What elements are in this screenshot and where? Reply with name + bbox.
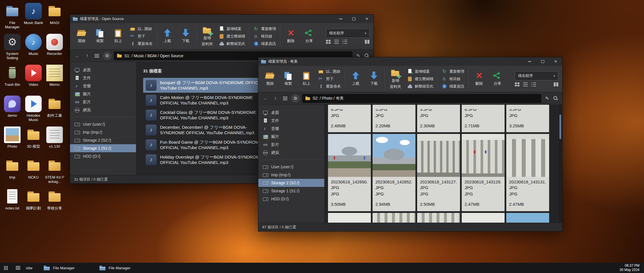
- settings-gear-button[interactable]: ⚙: [291, 94, 300, 103]
- sidebar-item[interactable]: 音樂: [70, 82, 136, 90]
- share-button[interactable]: 分享: [489, 67, 506, 90]
- sidebar-drive-item[interactable]: Storage 1 (S1:/): [70, 144, 136, 152]
- new-file-button[interactable]: 新增檔案: [218, 25, 246, 32]
- up-button[interactable]: ↑: [83, 53, 91, 59]
- up-button[interactable]: ↑: [272, 96, 279, 101]
- download-button[interactable]: 下載: [365, 67, 383, 90]
- sidebar-item[interactable]: 文件: [258, 117, 324, 125]
- sidebar-drive-item[interactable]: tmp (tmp:/): [70, 128, 136, 136]
- photo-card-partial[interactable]: [328, 213, 371, 223]
- titlebar[interactable]: 檔案管理員 - Open Source ×: [70, 15, 373, 23]
- settings-gear-button[interactable]: ⚙: [103, 52, 111, 60]
- close-button[interactable]: ×: [360, 15, 373, 23]
- minimize-button[interactable]: [334, 15, 347, 23]
- edit-path-icon[interactable]: ✎: [544, 96, 551, 101]
- maximize-button[interactable]: [536, 57, 549, 66]
- view-columns-button[interactable]: [365, 40, 369, 44]
- desktop-icon[interactable]: 學校分享: [44, 188, 65, 219]
- search-icon[interactable]: [553, 96, 558, 101]
- sidebar-drive-item[interactable]: HDD (D:/): [258, 195, 324, 203]
- photo-card-clipped[interactable]: 5.JPG JPG 2.20MB: [373, 105, 415, 132]
- cut-button[interactable]: 剪下: [317, 75, 342, 82]
- desktop-icon[interactable]: 創作工廠: [44, 96, 65, 126]
- desktop-icon[interactable]: Photo: [2, 126, 23, 157]
- sidebar-drive-item[interactable]: Storage 1 (S1:/): [258, 187, 324, 195]
- sidebar-drive-item[interactable]: Storage 2 (S2:/): [70, 136, 136, 144]
- sort-order-dropdown[interactable]: 檔名順序 ▾: [326, 29, 369, 38]
- sidebar-item[interactable]: 文件: [70, 74, 136, 82]
- view-columns-button[interactable]: [554, 82, 558, 86]
- desktop-icon[interactable]: Recorder: [44, 34, 65, 65]
- sidebar-drive-item[interactable]: HDD (D:/): [70, 152, 136, 160]
- desktop-icon[interactable]: Video: [23, 65, 44, 96]
- rename-button[interactable]: 重新命名: [317, 83, 342, 90]
- photo-card[interactable]: 20230618_143129.JPG JPG 2.47MB: [462, 134, 505, 211]
- desktop-icon[interactable]: Music Bank: [23, 3, 44, 34]
- photo-card[interactable]: 20230618_142852.JPG JPG 2.94MB: [373, 134, 415, 211]
- sort-order-dropdown[interactable]: 檔名順序 ▾: [515, 71, 558, 80]
- upload-button[interactable]: 上載: [159, 25, 176, 48]
- start-button[interactable]: [0, 263, 12, 273]
- file-info-button[interactable]: 檔案資訊: [441, 83, 465, 90]
- task-list-button[interactable]: [12, 263, 24, 273]
- desktop-icon[interactable]: NCKU: [23, 157, 44, 188]
- view-grid-button[interactable]: [326, 40, 331, 44]
- refresh-button[interactable]: 重新整理: [252, 25, 277, 32]
- root-button[interactable]: 根目錄: [441, 75, 465, 82]
- photo-card-clipped[interactable]: 3.JPG JPG 2.30MB: [417, 105, 460, 132]
- desktop-icon[interactable]: System Setting: [2, 34, 23, 65]
- view-list-button[interactable]: [523, 82, 528, 86]
- sidebar-item[interactable]: 網頁: [258, 149, 324, 157]
- open-with-button[interactable]: 以...開啟: [317, 68, 342, 75]
- view-detail-button[interactable]: [531, 82, 536, 86]
- new-folder-button[interactable]: 新增 資料夾: [387, 67, 404, 90]
- photo-card-partial[interactable]: [373, 213, 415, 223]
- view-grid-button[interactable]: [515, 82, 519, 86]
- back-button[interactable]: ←: [262, 96, 269, 101]
- sidebar-item[interactable]: 桌面: [258, 109, 324, 117]
- desktop-icon[interactable]: STEM Kit P ackag...: [44, 157, 65, 188]
- photo-card-partial[interactable]: [506, 213, 549, 223]
- clock[interactable]: 06:37 PM 30 May 2024: [615, 264, 644, 272]
- desktop-icon[interactable]: Music: [23, 34, 44, 65]
- view-detail-button[interactable]: [343, 40, 347, 44]
- desktop-icon[interactable]: tmp: [2, 157, 23, 188]
- sidebar-item[interactable]: 圖片: [258, 133, 324, 141]
- menu-icon[interactable]: [283, 97, 287, 100]
- photo-card-clipped[interactable]: 8.JPG JPG 2.48MB: [328, 105, 371, 132]
- paste-button[interactable]: 貼上: [109, 25, 127, 48]
- desktop-icon[interactable]: v1.130: [44, 126, 65, 157]
- photo-card-partial[interactable]: [417, 213, 460, 223]
- desktop-icon[interactable]: Holodex Music: [23, 96, 44, 126]
- photo-card-clipped[interactable]: 5.JPG JPG 3.25MB: [506, 105, 549, 132]
- extract-here-button[interactable]: 解壓縮至此: [406, 83, 435, 90]
- desktop-icon[interactable]: demo: [2, 96, 23, 126]
- sidebar-item[interactable]: 圖片: [70, 90, 136, 98]
- rename-button[interactable]: 重新命名: [129, 40, 154, 47]
- desktop-icon[interactable]: Memo: [44, 65, 65, 96]
- copy-button[interactable]: 複製: [279, 67, 297, 90]
- open-button[interactable]: 開啟: [261, 67, 279, 90]
- photo-card-partial[interactable]: [462, 213, 505, 223]
- download-button[interactable]: 下載: [177, 25, 195, 48]
- delete-button[interactable]: 刪除: [470, 67, 488, 90]
- extract-here-button[interactable]: 解壓縮至此: [218, 40, 246, 47]
- titlebar[interactable]: 檔案管理員 - 奇美 ×: [258, 57, 562, 66]
- share-button[interactable]: 分享: [300, 25, 318, 48]
- upload-button[interactable]: 上載: [347, 67, 365, 90]
- sidebar-item[interactable]: 影片: [70, 98, 136, 106]
- sidebar-item[interactable]: 網頁: [70, 106, 136, 114]
- sidebar-item[interactable]: 影片: [258, 141, 324, 149]
- desktop-icon[interactable]: notes.txt: [2, 188, 23, 219]
- photo-card-clipped[interactable]: 8.JPG JPG 2.71MB: [462, 105, 505, 132]
- refresh-button[interactable]: 重新整理: [441, 68, 465, 75]
- new-folder-button[interactable]: 新增 資料夾: [198, 25, 216, 48]
- photo-card[interactable]: 20230618_143127.JPG JPG 2.50MB: [417, 134, 460, 211]
- maximize-button[interactable]: [347, 15, 360, 23]
- open-with-button[interactable]: 以...開啟: [129, 25, 154, 32]
- sidebar-item[interactable]: 音樂: [258, 125, 324, 133]
- sidebar-item[interactable]: 桌面: [70, 66, 136, 74]
- taskbar-task[interactable]: File Manager: [39, 263, 94, 273]
- file-info-button[interactable]: 檔案資訊: [252, 40, 277, 47]
- delete-button[interactable]: 刪除: [282, 25, 300, 48]
